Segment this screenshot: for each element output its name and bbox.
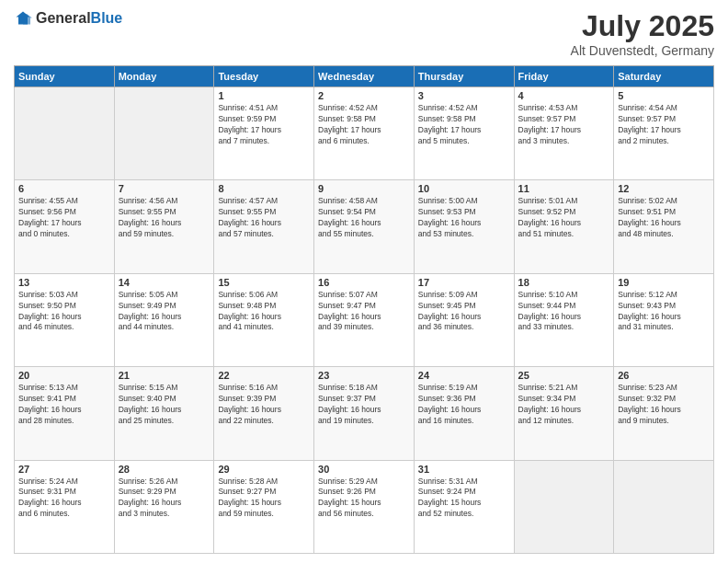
- col-saturday: Saturday: [614, 66, 714, 87]
- day-number: 26: [618, 370, 710, 381]
- table-cell: [15, 87, 115, 180]
- col-wednesday: Wednesday: [314, 66, 415, 87]
- day-info: Sunrise: 5:12 AM Sunset: 9:43 PM Dayligh…: [618, 290, 710, 334]
- day-info: Sunrise: 5:10 AM Sunset: 9:44 PM Dayligh…: [518, 290, 610, 334]
- day-number: 30: [318, 464, 410, 475]
- day-info: Sunrise: 5:13 AM Sunset: 9:41 PM Dayligh…: [18, 383, 110, 427]
- header-row: Sunday Monday Tuesday Wednesday Thursday…: [15, 66, 714, 87]
- month-title: July 2025: [571, 9, 714, 43]
- day-number: 14: [119, 277, 210, 288]
- week-row-3: 13Sunrise: 5:03 AM Sunset: 9:50 PM Dayli…: [15, 273, 714, 366]
- day-number: 11: [518, 183, 610, 194]
- table-cell: 2Sunrise: 4:52 AM Sunset: 9:58 PM Daylig…: [314, 87, 415, 180]
- day-number: 17: [418, 277, 510, 288]
- table-cell: 20Sunrise: 5:13 AM Sunset: 9:41 PM Dayli…: [15, 367, 115, 460]
- calendar-table: Sunday Monday Tuesday Wednesday Thursday…: [14, 65, 714, 554]
- day-number: 28: [119, 464, 210, 475]
- week-row-2: 6Sunrise: 4:55 AM Sunset: 9:56 PM Daylig…: [15, 180, 714, 273]
- table-cell: 1Sunrise: 4:51 AM Sunset: 9:59 PM Daylig…: [214, 87, 314, 180]
- day-info: Sunrise: 5:29 AM Sunset: 9:26 PM Dayligh…: [318, 477, 410, 521]
- title-area: July 2025 Alt Duvenstedt, Germany: [571, 9, 714, 58]
- day-number: 9: [318, 183, 410, 194]
- table-cell: [614, 460, 714, 553]
- page: GeneralBlue July 2025 Alt Duvenstedt, Ge…: [0, 0, 728, 563]
- table-cell: [114, 87, 214, 180]
- table-cell: 11Sunrise: 5:01 AM Sunset: 9:52 PM Dayli…: [514, 180, 614, 273]
- table-cell: 22Sunrise: 5:16 AM Sunset: 9:39 PM Dayli…: [214, 367, 314, 460]
- table-cell: 16Sunrise: 5:07 AM Sunset: 9:47 PM Dayli…: [314, 273, 415, 366]
- day-number: 10: [418, 183, 510, 194]
- day-number: 15: [218, 277, 310, 288]
- table-cell: 24Sunrise: 5:19 AM Sunset: 9:36 PM Dayli…: [414, 367, 514, 460]
- day-info: Sunrise: 5:23 AM Sunset: 9:32 PM Dayligh…: [618, 383, 710, 427]
- day-number: 12: [618, 183, 710, 194]
- table-cell: 14Sunrise: 5:05 AM Sunset: 9:49 PM Dayli…: [114, 273, 214, 366]
- day-info: Sunrise: 4:58 AM Sunset: 9:54 PM Dayligh…: [318, 196, 410, 240]
- day-info: Sunrise: 4:53 AM Sunset: 9:57 PM Dayligh…: [518, 103, 610, 147]
- table-cell: 26Sunrise: 5:23 AM Sunset: 9:32 PM Dayli…: [614, 367, 714, 460]
- day-number: 27: [18, 464, 110, 475]
- day-number: 31: [418, 464, 510, 475]
- table-cell: 27Sunrise: 5:24 AM Sunset: 9:31 PM Dayli…: [15, 460, 115, 553]
- day-info: Sunrise: 5:01 AM Sunset: 9:52 PM Dayligh…: [518, 196, 610, 240]
- day-info: Sunrise: 5:28 AM Sunset: 9:27 PM Dayligh…: [218, 477, 310, 521]
- day-info: Sunrise: 5:15 AM Sunset: 9:40 PM Dayligh…: [119, 383, 210, 427]
- day-info: Sunrise: 5:09 AM Sunset: 9:45 PM Dayligh…: [418, 290, 510, 334]
- day-info: Sunrise: 4:54 AM Sunset: 9:57 PM Dayligh…: [618, 103, 710, 147]
- table-cell: 31Sunrise: 5:31 AM Sunset: 9:24 PM Dayli…: [414, 460, 514, 553]
- table-cell: 4Sunrise: 4:53 AM Sunset: 9:57 PM Daylig…: [514, 87, 614, 180]
- day-info: Sunrise: 5:31 AM Sunset: 9:24 PM Dayligh…: [418, 477, 510, 521]
- day-info: Sunrise: 5:21 AM Sunset: 9:34 PM Dayligh…: [518, 383, 610, 427]
- day-number: 18: [518, 277, 610, 288]
- day-number: 5: [618, 90, 710, 101]
- day-number: 13: [18, 277, 110, 288]
- day-number: 2: [318, 90, 410, 101]
- week-row-4: 20Sunrise: 5:13 AM Sunset: 9:41 PM Dayli…: [15, 367, 714, 460]
- day-number: 6: [18, 183, 110, 194]
- day-info: Sunrise: 5:05 AM Sunset: 9:49 PM Dayligh…: [119, 290, 210, 334]
- day-info: Sunrise: 4:52 AM Sunset: 9:58 PM Dayligh…: [318, 103, 410, 147]
- day-info: Sunrise: 5:24 AM Sunset: 9:31 PM Dayligh…: [18, 477, 110, 521]
- table-cell: 7Sunrise: 4:56 AM Sunset: 9:55 PM Daylig…: [114, 180, 214, 273]
- day-number: 7: [119, 183, 210, 194]
- day-info: Sunrise: 4:51 AM Sunset: 9:59 PM Dayligh…: [218, 103, 310, 147]
- day-info: Sunrise: 5:02 AM Sunset: 9:51 PM Dayligh…: [618, 196, 710, 240]
- day-info: Sunrise: 4:55 AM Sunset: 9:56 PM Dayligh…: [18, 196, 110, 240]
- table-cell: 15Sunrise: 5:06 AM Sunset: 9:48 PM Dayli…: [214, 273, 314, 366]
- logo-blue: Blue: [91, 10, 123, 26]
- day-info: Sunrise: 5:19 AM Sunset: 9:36 PM Dayligh…: [418, 383, 510, 427]
- day-number: 16: [318, 277, 410, 288]
- col-friday: Friday: [514, 66, 614, 87]
- table-cell: 5Sunrise: 4:54 AM Sunset: 9:57 PM Daylig…: [614, 87, 714, 180]
- day-number: 29: [218, 464, 310, 475]
- day-number: 25: [518, 370, 610, 381]
- table-cell: [514, 460, 614, 553]
- table-cell: 25Sunrise: 5:21 AM Sunset: 9:34 PM Dayli…: [514, 367, 614, 460]
- day-number: 24: [418, 370, 510, 381]
- day-number: 4: [518, 90, 610, 101]
- table-cell: 9Sunrise: 4:58 AM Sunset: 9:54 PM Daylig…: [314, 180, 415, 273]
- table-cell: 23Sunrise: 5:18 AM Sunset: 9:37 PM Dayli…: [314, 367, 415, 460]
- table-cell: 13Sunrise: 5:03 AM Sunset: 9:50 PM Dayli…: [15, 273, 115, 366]
- day-info: Sunrise: 5:06 AM Sunset: 9:48 PM Dayligh…: [218, 290, 310, 334]
- logo: GeneralBlue: [14, 9, 122, 28]
- table-cell: 29Sunrise: 5:28 AM Sunset: 9:27 PM Dayli…: [214, 460, 314, 553]
- col-monday: Monday: [114, 66, 214, 87]
- table-cell: 10Sunrise: 5:00 AM Sunset: 9:53 PM Dayli…: [414, 180, 514, 273]
- day-info: Sunrise: 5:26 AM Sunset: 9:29 PM Dayligh…: [119, 477, 210, 521]
- day-info: Sunrise: 4:56 AM Sunset: 9:55 PM Dayligh…: [119, 196, 210, 240]
- col-sunday: Sunday: [15, 66, 115, 87]
- table-cell: 28Sunrise: 5:26 AM Sunset: 9:29 PM Dayli…: [114, 460, 214, 553]
- day-info: Sunrise: 5:07 AM Sunset: 9:47 PM Dayligh…: [318, 290, 410, 334]
- header: GeneralBlue July 2025 Alt Duvenstedt, Ge…: [14, 9, 714, 58]
- table-cell: 30Sunrise: 5:29 AM Sunset: 9:26 PM Dayli…: [314, 460, 415, 553]
- table-cell: 19Sunrise: 5:12 AM Sunset: 9:43 PM Dayli…: [614, 273, 714, 366]
- day-info: Sunrise: 4:57 AM Sunset: 9:55 PM Dayligh…: [218, 196, 310, 240]
- table-cell: 18Sunrise: 5:10 AM Sunset: 9:44 PM Dayli…: [514, 273, 614, 366]
- table-cell: 8Sunrise: 4:57 AM Sunset: 9:55 PM Daylig…: [214, 180, 314, 273]
- day-info: Sunrise: 5:16 AM Sunset: 9:39 PM Dayligh…: [218, 383, 310, 427]
- table-cell: 3Sunrise: 4:52 AM Sunset: 9:58 PM Daylig…: [414, 87, 514, 180]
- week-row-1: 1Sunrise: 4:51 AM Sunset: 9:59 PM Daylig…: [15, 87, 714, 180]
- col-thursday: Thursday: [414, 66, 514, 87]
- day-number: 19: [618, 277, 710, 288]
